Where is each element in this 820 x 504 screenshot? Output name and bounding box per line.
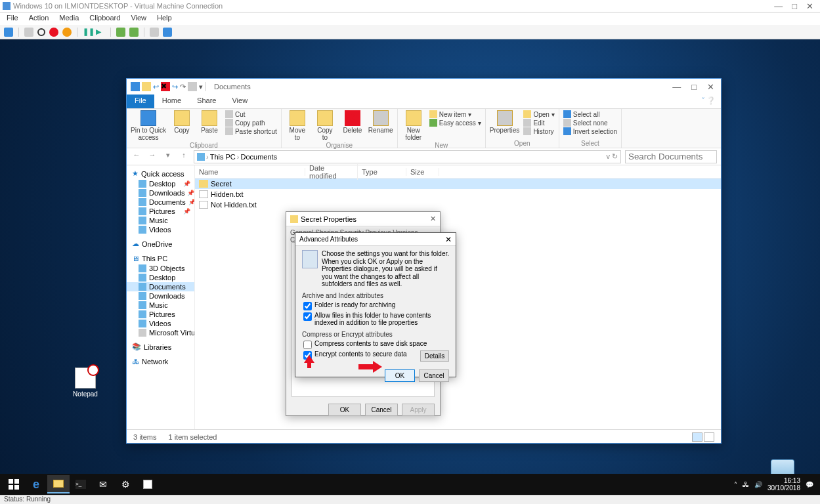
breadcrumb-thispc[interactable]: This PC — [210, 153, 236, 161]
nav-pictures2[interactable]: Pictures — [127, 310, 194, 319]
rbn-newfolder[interactable]: New folder — [402, 110, 425, 141]
nav-desktop2[interactable]: Desktop — [127, 273, 194, 282]
rbn-history[interactable]: History — [523, 127, 554, 135]
nav-recent-button[interactable]: ▾ — [162, 151, 174, 163]
rbn-edit[interactable]: Edit — [523, 119, 554, 127]
tray-clock[interactable]: 16:13 30/10/2018 — [767, 477, 800, 492]
details-button[interactable]: Details — [420, 350, 449, 362]
vm-menu-help[interactable]: Help — [157, 14, 172, 24]
nav-documents[interactable]: Documents — [127, 282, 194, 291]
vm-turnoff-icon[interactable] — [37, 28, 45, 36]
adv-close-button[interactable]: ✕ — [445, 235, 452, 244]
chk-ready-archive[interactable] — [303, 302, 312, 310]
tab-share[interactable]: Share — [189, 94, 224, 108]
vm-share-icon[interactable] — [163, 28, 172, 37]
vm-menu-file[interactable]: File — [7, 14, 18, 24]
rbn-moveto[interactable]: Move to — [286, 110, 309, 141]
tray-notifications-icon[interactable]: 💬 — [806, 481, 813, 488]
vm-pause-icon[interactable]: ❚❚ — [83, 28, 92, 37]
nav-desktop[interactable]: Desktop📌 — [127, 179, 194, 188]
vm-minimize-button[interactable]: — — [774, 1, 783, 11]
vm-revert-icon[interactable] — [129, 28, 139, 37]
properties-cancel-button[interactable]: Cancel — [365, 404, 398, 416]
col-type[interactable]: Type — [358, 168, 406, 176]
rbn-easyaccess[interactable]: Easy access ▾ — [429, 119, 481, 127]
rbn-copyto[interactable]: Copy to — [313, 110, 337, 141]
rbn-cut[interactable]: Cut — [225, 110, 277, 118]
rbn-rename[interactable]: Rename — [368, 110, 393, 134]
chk-compress[interactable] — [303, 341, 312, 349]
rbn-copypath[interactable]: Copy path — [225, 119, 277, 127]
properties-apply-button[interactable]: Apply — [402, 404, 435, 416]
taskbar-explorer[interactable] — [47, 475, 70, 494]
properties-close-button[interactable]: ✕ — [430, 215, 436, 223]
tray-volume-icon[interactable]: 🔊 — [754, 481, 762, 488]
nav-network[interactable]: 🖧Network — [127, 356, 194, 367]
vm-menu-clipboard[interactable]: Clipboard — [89, 14, 120, 24]
taskbar-terminal[interactable]: >_ — [70, 475, 92, 494]
vm-save-icon[interactable] — [62, 28, 72, 37]
rbn-open[interactable]: Open ▾ — [523, 110, 554, 118]
ribbon-help-icon[interactable]: ˇ ❔ — [697, 94, 721, 108]
explorer-titlebar[interactable]: ↩ ✖ ↪ ↷ ▾ Documents — □ ✕ — [127, 79, 721, 94]
nav-downloads2[interactable]: Downloads — [127, 291, 194, 301]
explorer-close-button[interactable]: ✕ — [707, 82, 714, 92]
nav-up-button[interactable]: ↑ — [178, 151, 190, 163]
tab-file[interactable]: File — [127, 94, 154, 108]
taskbar-settings[interactable]: ⚙ — [114, 475, 137, 494]
nav-3dobjects[interactable]: 3D Objects — [127, 264, 194, 273]
adv-ok-button[interactable]: OK — [385, 369, 415, 382]
qat-dropdown-icon[interactable]: ▾ — [199, 83, 203, 91]
nav-documents-q[interactable]: Documents📌 — [127, 198, 194, 207]
nav-thispc[interactable]: 🖥This PC — [127, 253, 194, 264]
view-large-icon[interactable] — [704, 432, 714, 442]
vm-ctrlaltdel-icon[interactable] — [4, 28, 13, 37]
vm-reset-icon[interactable]: ▶ — [96, 28, 105, 37]
guest-desktop[interactable]: Notepad Recycle Bin ↩ ✖ ↪ ↷ ▾ Documents … — [0, 39, 820, 495]
qat-newfolder-icon[interactable] — [142, 82, 151, 91]
taskbar-store[interactable] — [137, 475, 159, 494]
nav-forward-button[interactable]: → — [146, 151, 158, 163]
vm-menu-action[interactable]: Action — [29, 14, 49, 24]
vm-maximize-button[interactable]: □ — [792, 1, 797, 11]
vm-checkpoint-icon[interactable] — [116, 28, 125, 37]
vm-close-button[interactable]: ✕ — [806, 1, 813, 11]
rbn-paste[interactable]: Paste — [198, 110, 221, 134]
rbn-selectall[interactable]: Select all — [563, 110, 617, 118]
breadcrumb-documents[interactable]: Documents — [240, 153, 277, 161]
view-details-icon[interactable] — [692, 432, 702, 442]
file-row-hidden[interactable]: Hidden.txt — [195, 189, 721, 200]
nav-libraries[interactable]: 📚Libraries — [127, 341, 194, 352]
nav-downloads[interactable]: Downloads📌 — [127, 188, 194, 198]
col-size[interactable]: Size — [406, 168, 439, 176]
search-input[interactable] — [625, 150, 717, 163]
col-date[interactable]: Date modified — [305, 164, 358, 180]
nav-back-button[interactable]: ← — [131, 151, 142, 163]
vm-menu-media[interactable]: Media — [59, 14, 79, 24]
vm-menu-view[interactable]: View — [131, 14, 146, 24]
taskbar-edge[interactable]: e — [25, 475, 47, 494]
start-button[interactable] — [3, 475, 25, 494]
nav-videos2[interactable]: Videos — [127, 319, 194, 328]
nav-videos[interactable]: Videos — [127, 225, 194, 234]
rbn-properties[interactable]: Properties — [490, 110, 520, 134]
qat-undo-icon[interactable]: ↩ — [153, 83, 159, 91]
qat-redo-icon[interactable]: ↪ — [172, 83, 178, 91]
nav-music[interactable]: Music — [127, 216, 194, 225]
nav-onedrive[interactable]: ☁OneDrive — [127, 238, 194, 249]
qat-rename-icon[interactable] — [188, 82, 197, 91]
nav-pictures[interactable]: Pictures📌 — [127, 207, 194, 216]
qat-delete-icon[interactable]: ✖ — [161, 82, 170, 91]
tab-home[interactable]: Home — [154, 94, 189, 108]
tab-view[interactable]: View — [224, 94, 255, 108]
properties-ok-button[interactable]: OK — [328, 404, 361, 416]
chk-allow-index[interactable] — [303, 312, 312, 321]
vm-shutdown-icon[interactable] — [49, 28, 58, 37]
desktop-icon-notepad[interactable]: Notepad — [62, 368, 108, 398]
nav-quickaccess[interactable]: ★Quick access — [127, 168, 194, 179]
vm-start-icon[interactable] — [24, 28, 33, 37]
rbn-selectnone[interactable]: Select none — [563, 119, 617, 127]
rbn-copy[interactable]: Copy — [170, 110, 194, 134]
adv-cancel-button[interactable]: Cancel — [419, 369, 449, 382]
breadcrumb[interactable]: › This PC › Documents v ↻ — [194, 150, 621, 163]
